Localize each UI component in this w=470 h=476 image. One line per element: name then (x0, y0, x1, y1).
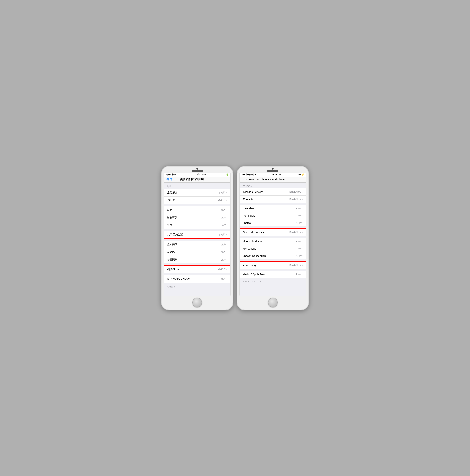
list-item[interactable]: Speech RecognitionAllow› (240, 252, 306, 259)
list-item-value: 不允许› (218, 268, 227, 271)
speaker-grill (192, 170, 203, 172)
list-item[interactable]: 照片允许› (164, 221, 230, 229)
status-bar-time: 下午 10:56 (196, 173, 206, 176)
list-item-value-text: 不允许 (218, 191, 226, 194)
list-item-label: 语音识别 (167, 258, 177, 261)
list-item-value-text: Allow (296, 221, 302, 224)
status-bar-right: 🔋 (226, 173, 229, 176)
list-item[interactable]: 提醒事项允许› (164, 214, 230, 221)
list-item[interactable]: Share My LocationDon't Allow› (240, 229, 306, 236)
list-item-value-text: Allow (296, 247, 302, 250)
chevron-icon: › (226, 191, 227, 194)
chevron-icon: › (302, 273, 303, 276)
list-item[interactable]: 蓝牙共享允许› (164, 241, 230, 248)
list-item[interactable]: Location ServicesDon't Allow› (240, 188, 306, 196)
list-item[interactable]: MicrophoneAllow› (240, 245, 306, 252)
list-item-value: 允许› (221, 223, 227, 227)
list-item-value: 允许› (221, 243, 227, 246)
highlighted-group: 定位服务不允许›通讯录不允许› (164, 189, 230, 204)
section-header-privacy: 隐私 (164, 183, 230, 189)
list-item-value-text: 不允许 (218, 199, 226, 202)
status-bar: 无SIM卡 ✦下午 10:56🔋 (164, 173, 230, 177)
phone-english: ●●● 中国移动 ✦10:56 PM27% ⚡‹‹Content & Priva… (237, 166, 309, 310)
list-item[interactable]: Apple广告不允许› (164, 266, 230, 273)
list-item[interactable]: 语音识别允许› (164, 256, 230, 263)
list-item[interactable]: 通讯录不允许› (164, 197, 230, 204)
list-item[interactable]: Bluetooth SharingAllow› (240, 238, 306, 245)
list-item-label: Contacts (243, 198, 253, 201)
chevron-icon: › (302, 198, 303, 201)
list-item[interactable]: 日历允许› (164, 206, 230, 214)
front-camera-icon (272, 168, 273, 170)
list-item-value-text: Allow (296, 207, 302, 210)
status-bar-time: 10:56 PM (272, 174, 281, 176)
section-header-privacy: PRIVACY (240, 183, 306, 188)
list-item-value-text: Don't Allow (289, 198, 301, 201)
list-group: 蓝牙共享允许›麦克风允许›语音识别允许› (164, 241, 230, 263)
list-item-value: Don't Allow› (289, 190, 303, 193)
list-item-value: Allow› (296, 255, 303, 257)
list-item[interactable]: RemindersAllow› (240, 212, 306, 219)
list-item-value: 不允许› (218, 199, 227, 202)
list-item-label: Photos (243, 221, 251, 224)
list-item-value-text: 允许 (221, 243, 226, 246)
list-group: 共享我的位置不允许› (164, 231, 230, 238)
settings-content: 隐私定位服务不允许›通讯录不允许›日历允许›提醒事项允许›照片允许›共享我的位置… (164, 183, 230, 296)
list-item-label: Location Services (243, 190, 264, 193)
home-button[interactable] (268, 298, 278, 307)
chevron-icon: › (302, 221, 303, 224)
phone-bottom (161, 296, 233, 310)
list-item-value: 允许› (221, 258, 227, 261)
chevron-icon: › (302, 214, 303, 217)
list-item-value-text: 允许 (221, 258, 226, 261)
nav-bar: ‹返回内容和隐私访问限制 (164, 177, 230, 183)
list-item-value-text: 允许 (221, 223, 226, 227)
list-group: Share My LocationDon't Allow› (240, 229, 306, 236)
chevron-icon: › (226, 199, 227, 202)
nav-title: 内容和隐私访问限制 (164, 178, 219, 181)
phone-chinese: 无SIM卡 ✦下午 10:56🔋‹返回内容和隐私访问限制隐私定位服务不允许›通讯… (161, 166, 233, 310)
list-item-label: 通讯录 (167, 199, 175, 202)
list-item[interactable]: CalendarsAllow› (240, 205, 306, 212)
home-button[interactable] (192, 298, 202, 307)
list-item[interactable]: 麦克风允许› (164, 248, 230, 256)
list-item-value: Allow› (296, 207, 303, 210)
list-group: Media & Apple MusicAllow› (240, 271, 306, 278)
list-item[interactable]: 媒体与 Apple Music允许› (164, 275, 230, 283)
list-item[interactable]: 共享我的位置不允许› (164, 231, 230, 238)
list-item-label: Reminders (243, 214, 255, 217)
list-item[interactable]: PhotosAllow› (240, 219, 306, 226)
list-item[interactable]: AdvertisingDon't Allow› (240, 262, 306, 269)
list-item-value-text: Allow (296, 240, 302, 243)
chevron-icon: › (302, 255, 303, 257)
list-item-label: Apple广告 (167, 268, 179, 271)
highlighted-group: AdvertisingDon't Allow› (240, 261, 306, 269)
list-item-value: Allow› (296, 214, 303, 217)
list-item-value: 允许› (221, 277, 227, 281)
list-item-value-text: Don't Allow (289, 231, 301, 234)
list-item-label: 麦克风 (167, 250, 175, 254)
status-bar-right: 27% ⚡ (297, 173, 304, 176)
highlighted-group: Share My LocationDon't Allow› (240, 228, 306, 236)
chevron-icon: › (227, 208, 227, 211)
list-item[interactable]: ContactsDon't Allow› (240, 196, 306, 203)
nav-title: Content & Privacy Restrictions (239, 178, 295, 181)
chevron-icon: › (227, 224, 227, 226)
list-item-value: Don't Allow› (289, 231, 303, 234)
chevron-icon: › (227, 277, 227, 280)
chevron-icon: › (227, 258, 227, 261)
list-item-label: Calendars (243, 207, 254, 210)
list-item[interactable]: 定位服务不允许› (164, 189, 230, 197)
list-group: 日历允许›提醒事项允许›照片允许› (164, 206, 230, 229)
highlighted-group: Location ServicesDon't Allow›ContactsDon… (240, 188, 306, 203)
list-item[interactable]: Media & Apple MusicAllow› (240, 271, 306, 278)
list-item-value-text: 允许 (221, 277, 226, 281)
list-item-label: Media & Apple Music (243, 273, 267, 276)
list-group: CalendarsAllow›RemindersAllow›PhotosAllo… (240, 205, 306, 226)
screen: 无SIM卡 ✦下午 10:56🔋‹返回内容和隐私访问限制隐私定位服务不允许›通讯… (164, 172, 231, 296)
list-group: Location ServicesDon't Allow›ContactsDon… (240, 188, 306, 203)
chevron-icon: › (226, 233, 227, 236)
nav-bar: ‹‹Content & Privacy Restrictions (240, 177, 306, 183)
list-item-label: 定位服务 (167, 191, 178, 194)
status-bar-left: 无SIM卡 ✦ (166, 173, 176, 176)
